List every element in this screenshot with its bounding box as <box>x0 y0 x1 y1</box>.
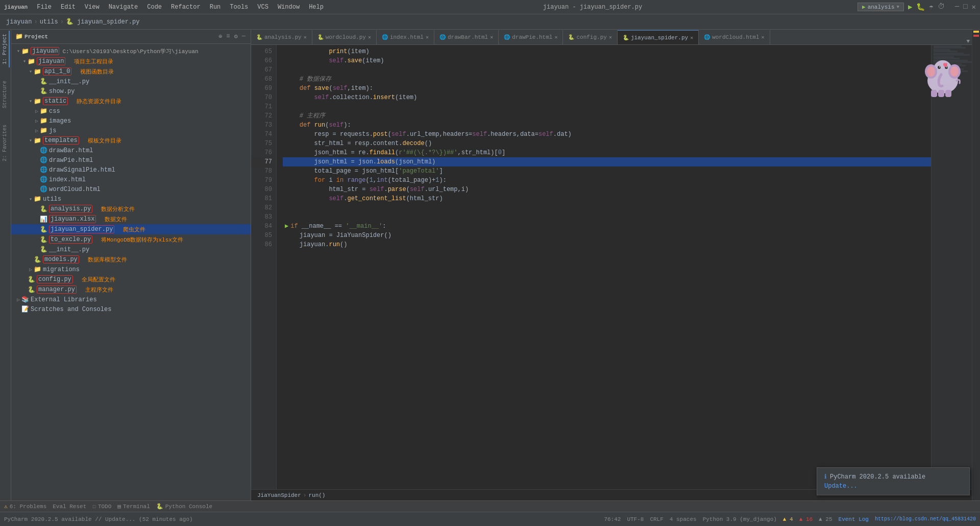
tree-label: Scratches and Consoles <box>31 306 111 313</box>
tab-wordcloud[interactable]: 🐍 wordcloud.py ✕ <box>312 30 377 44</box>
collapse-all-button[interactable]: ⊕ <box>217 33 223 40</box>
tab-drawbar[interactable]: 🌐 drawBar.html ✕ <box>434 30 499 44</box>
tab-close[interactable]: ✕ <box>554 34 557 40</box>
tree-item-models[interactable]: 🐍 models.py 数据库模型文件 <box>11 254 251 265</box>
tab-close[interactable]: ✕ <box>426 34 429 40</box>
tree-label: __init__.py <box>49 246 89 253</box>
python-version[interactable]: Python 3.9 (my_django) <box>703 516 777 522</box>
menu-window[interactable]: Window <box>274 3 304 12</box>
menu-help[interactable]: Help <box>305 3 328 12</box>
profile-button[interactable]: ⏱ <box>938 3 945 11</box>
problems-button[interactable]: ⚠ 6: Problems <box>4 503 46 510</box>
tree-item-drawpie[interactable]: 🌐 drawPie.html <box>11 155 251 165</box>
structure-tab[interactable]: Structure <box>1 78 10 111</box>
tab-close[interactable]: ✕ <box>490 34 493 40</box>
menu-vcs[interactable]: VCS <box>253 3 273 12</box>
tab-wordcloud-html[interactable]: 🌐 wordCloud.html ✕ <box>699 30 770 44</box>
html-icon: 🌐 <box>40 185 47 193</box>
scroll-from-source-button[interactable]: ≡ <box>225 33 231 40</box>
tree-label: drawPie.html <box>49 157 93 164</box>
tree-item-init[interactable]: 🐍 __init__.py <box>11 77 251 86</box>
menu-edit[interactable]: Edit <box>57 3 80 12</box>
run-button[interactable]: ▶ <box>908 3 912 11</box>
tab-config[interactable]: 🐍 config.py ✕ <box>563 30 617 44</box>
tab-close[interactable]: ✕ <box>304 34 307 40</box>
tab-drawpie[interactable]: 🌐 drawPie.html ✕ <box>499 30 563 44</box>
errors-count[interactable]: ▲ 16 <box>799 516 813 522</box>
menu-code[interactable]: Code <box>143 3 166 12</box>
tab-analysis[interactable]: 🐍 analysis.py ✕ <box>251 30 312 44</box>
maximize-button[interactable]: □ <box>963 3 967 11</box>
tab-close[interactable]: ✕ <box>762 34 765 40</box>
tree-item-external-libraries[interactable]: ▷ 📚 External Libraries <box>11 295 251 304</box>
todo-button[interactable]: ☐ TODO <box>92 503 111 510</box>
tree-item-images[interactable]: ▷ 📁 images <box>11 116 251 126</box>
menu-refactor[interactable]: Refactor <box>167 3 205 12</box>
debug-button[interactable]: 🐛 <box>916 3 925 11</box>
tab-overflow-button[interactable]: ▼ <box>964 38 972 44</box>
hide-panel-button[interactable]: — <box>241 33 247 40</box>
tree-item-utils[interactable]: ▾ 📁 utils <box>11 194 251 204</box>
tree-item-config[interactable]: 🐍 config.py 全局配置文件 <box>11 274 251 284</box>
tree-item-js[interactable]: ▷ 📁 js <box>11 126 251 135</box>
tree-item-wordcloud-html[interactable]: 🌐 wordCloud.html <box>11 184 251 194</box>
tree-item-jiayuan-spider[interactable]: 🐍 jiayuan_spider.py 爬虫文件 <box>11 224 251 234</box>
tree-item-to-excle[interactable]: 🐍 to_excle.py 将MongoDB数据转存为xlsx文件 <box>11 234 251 245</box>
indent-info[interactable]: 4 spaces <box>670 516 697 522</box>
tree-item-drawbar[interactable]: 🌐 drawBar.html <box>11 146 251 155</box>
event-log-link[interactable]: Event Log <box>839 516 869 522</box>
todo-label: TODO <box>98 504 111 510</box>
tree-item-templates[interactable]: ▾ 📁 templates 模板文件目录 <box>11 135 251 146</box>
tree-label-static: static <box>43 97 68 105</box>
menu-run[interactable]: Run <box>206 3 225 12</box>
python-console-button[interactable]: 🐍 Python Console <box>156 503 212 510</box>
terminal-button[interactable]: ▤ Terminal <box>117 503 150 510</box>
menu-file[interactable]: File <box>33 3 56 12</box>
menu-navigate[interactable]: Navigate <box>105 3 142 12</box>
tree-arrow: ▷ <box>34 108 40 114</box>
csdn-url[interactable]: https://blog.csdn.net/qq_45831420 <box>875 516 976 522</box>
notification-message[interactable]: PyCharm 2020.2.5 available // Update... … <box>4 516 193 522</box>
tree-item-root[interactable]: ▾ 📁 jiayuan C:\Users\20193\Desktop\Pytho… <box>11 46 251 56</box>
tree-item-drawsignalpie[interactable]: 🌐 drawSignalPie.html <box>11 165 251 175</box>
tab-jiayuan-spider[interactable]: 🐍 jiayuan_spider.py ✕ <box>618 30 699 44</box>
settings-button[interactable]: ⚙ <box>233 33 239 40</box>
tab-label: index.html <box>390 34 424 40</box>
favorites-tab[interactable]: 2: Favorites <box>1 122 10 164</box>
notification-link[interactable]: Update... <box>824 483 962 490</box>
tree-item-jiayuan-xlsx[interactable]: 📊 jiayuan.xlsx 数据文件 <box>11 214 251 224</box>
minimize-button[interactable]: ─ <box>955 3 959 11</box>
tab-close[interactable]: ✕ <box>609 34 612 40</box>
tree-item-index[interactable]: 🌐 index.html <box>11 175 251 184</box>
tab-close[interactable]: ✕ <box>368 34 371 40</box>
project-tab[interactable]: 1: Project <box>1 31 10 67</box>
close-button[interactable]: ✕ <box>972 3 976 11</box>
tree-item-scratches[interactable]: 📝 Scratches and Consoles <box>11 304 251 314</box>
tree-item-init2[interactable]: 🐍 __init__.py <box>11 245 251 254</box>
warnings-count[interactable]: ▲ 4 <box>783 516 793 522</box>
cursor-position[interactable]: 76:42 <box>604 516 621 522</box>
tab-index-html[interactable]: 🌐 index.html ✕ <box>377 30 434 44</box>
tree-item-api[interactable]: ▾ 📁 api_1_0 视图函数目录 <box>11 66 251 77</box>
tree-item-migrations[interactable]: ▷ 📁 migrations <box>11 265 251 274</box>
tab-close[interactable]: ✕ <box>690 35 693 41</box>
coverage-button[interactable]: ☂ <box>929 3 933 11</box>
tree-item-css[interactable]: ▷ 📁 css <box>11 106 251 116</box>
line-separator[interactable]: CRLF <box>650 516 663 522</box>
menu-tools[interactable]: Tools <box>226 3 252 12</box>
tree-item-static[interactable]: ▾ 📁 static 静态资源文件目录 <box>11 96 251 106</box>
info-count[interactable]: ▲ 25 <box>819 516 832 522</box>
update-link[interactable]: Update... <box>824 483 857 490</box>
code-view[interactable]: print(item) self.save(item) # 数据保存 def s… <box>277 45 931 489</box>
tree-item-show[interactable]: 🐍 show.py <box>11 86 251 96</box>
encoding[interactable]: UTF-8 <box>627 516 644 522</box>
eval-reset-button[interactable]: Eval Reset <box>53 504 86 510</box>
menu-view[interactable]: View <box>81 3 104 12</box>
tree-item-analysis[interactable]: 🐍 analysis.py 数据分析文件 <box>11 204 251 214</box>
tree-item-jiayuan[interactable]: ▾ 📁 jiayuan 项目主工程目录 <box>11 56 251 66</box>
breadcrumb-utils: utils <box>40 18 58 26</box>
tree-item-manager[interactable]: 🐍 manager.py 主程序文件 <box>11 284 251 295</box>
run-config-selector[interactable]: ▶ analysis ▼ <box>857 3 904 11</box>
notification-title: ℹ PyCharm 2020.2.5 available <box>824 473 962 481</box>
svg-rect-10 <box>931 90 937 97</box>
